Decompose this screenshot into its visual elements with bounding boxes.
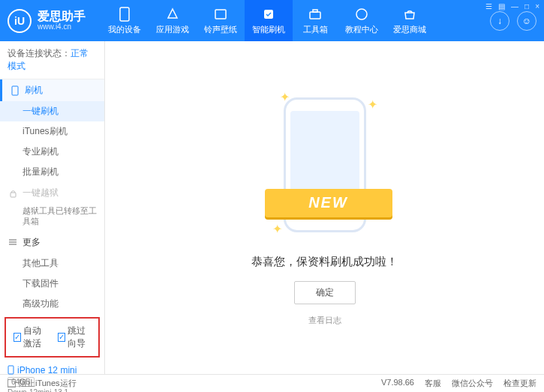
nav-label: 爱思商城: [393, 24, 426, 35]
download-button[interactable]: ↓: [490, 11, 509, 31]
skip-guide-label: 跳过向导: [68, 325, 92, 350]
settings-icon[interactable]: ☰: [485, 2, 492, 10]
check-icon: ✓: [58, 333, 65, 342]
block-itunes-label: 阻止iTunes运行: [19, 378, 77, 389]
check-update-link[interactable]: 检查更新: [503, 378, 536, 389]
sidebar-other-tools[interactable]: 其他工具: [0, 253, 104, 274]
sidebar-pro-flash[interactable]: 专业刷机: [0, 142, 104, 162]
sidebar: 设备连接状态：正常模式 刷机 一键刷机 iTunes刷机 专业刷机 批量刷机 一…: [0, 41, 105, 374]
more-label: 更多: [23, 236, 41, 249]
device-name: iPhone 12 mini: [8, 365, 97, 376]
skip-guide-checkbox[interactable]: ✓跳过向导: [58, 325, 92, 350]
sparkle-icon: ✦: [368, 97, 377, 112]
checkbox-highlight: ✓自动激活 ✓跳过向导: [5, 317, 100, 358]
phone-small-icon: [10, 85, 20, 96]
nav-label: 教程中心: [345, 24, 378, 35]
phone-icon: [117, 7, 132, 22]
device-icon: [8, 365, 14, 375]
logo-icon: iU: [8, 9, 32, 33]
nav-ringtone[interactable]: 铃声壁纸: [197, 0, 245, 41]
sidebar-one-click-flash[interactable]: 一键刷机: [0, 101, 104, 121]
device-name-text: iPhone 12 mini: [17, 365, 77, 376]
sidebar-jailbreak-header[interactable]: 一键越狱: [0, 182, 104, 204]
success-message: 恭喜您，保资料刷机成功啦！: [251, 255, 398, 269]
svg-rect-3: [310, 12, 320, 19]
main-nav: 我的设备 应用游戏 铃声壁纸 智能刷机 工具箱 教程中心 爱思商城: [101, 0, 490, 41]
pin-icon[interactable]: ▤: [498, 2, 505, 10]
app-header: iU 爱思助手 www.i4.cn 我的设备 应用游戏 铃声壁纸 智能刷机 工具…: [0, 0, 544, 41]
auto-activate-checkbox[interactable]: ✓自动激活: [14, 325, 47, 350]
minimize-button[interactable]: —: [511, 2, 518, 10]
sparkle-icon: ✦: [272, 222, 282, 236]
nav-label: 铃声壁纸: [204, 24, 237, 35]
more-icon: [8, 237, 18, 247]
wechat-link[interactable]: 微信公众号: [452, 378, 493, 389]
nav-apps[interactable]: 应用游戏: [149, 0, 197, 41]
auto-activate-label: 自动激活: [23, 325, 47, 350]
sidebar-download-firmware[interactable]: 下载固件: [0, 274, 104, 294]
status-label: 设备连接状态：: [8, 48, 71, 58]
version-label: V7.98.66: [381, 378, 414, 389]
toolbox-icon: [308, 7, 323, 22]
main-content: ✦ ✦ ✦ NEW 恭喜您，保资料刷机成功啦！ 确定 查看日志: [105, 41, 544, 374]
nav-store[interactable]: 爱思商城: [386, 0, 434, 41]
svg-rect-7: [11, 193, 16, 197]
svg-rect-6: [12, 86, 18, 95]
jailbreak-label: 一键越狱: [23, 187, 59, 199]
phone-illustration: ✦ ✦ ✦ NEW: [272, 90, 377, 240]
flash-icon: [261, 7, 276, 22]
sidebar-flash-header[interactable]: 刷机: [0, 79, 104, 101]
logo: iU 爱思助手 www.i4.cn: [8, 9, 86, 33]
svg-point-5: [356, 9, 367, 19]
sidebar-more-header[interactable]: 更多: [0, 232, 104, 253]
svg-rect-4: [313, 10, 317, 12]
tutorial-icon: [354, 7, 369, 22]
app-url: www.i4.cn: [38, 22, 86, 31]
maximize-button[interactable]: □: [524, 2, 529, 10]
service-link[interactable]: 客服: [425, 378, 441, 389]
jailbreak-note: 越狱工具已转移至工具箱: [0, 204, 104, 232]
new-ribbon: NEW: [265, 189, 392, 217]
sidebar-advanced[interactable]: 高级功能: [0, 294, 104, 314]
nav-label: 应用游戏: [156, 24, 189, 35]
block-itunes-checkbox[interactable]: 阻止iTunes运行: [8, 378, 77, 389]
view-log-link[interactable]: 查看日志: [308, 315, 341, 326]
nav-tutorial[interactable]: 教程中心: [338, 0, 386, 41]
store-icon: [402, 7, 417, 22]
user-icon: ☺: [522, 16, 531, 26]
confirm-button[interactable]: 确定: [294, 281, 356, 304]
device-status: 设备连接状态：正常模式: [0, 41, 104, 79]
account-button[interactable]: ☺: [517, 11, 536, 31]
nav-toolbox[interactable]: 工具箱: [293, 0, 338, 41]
sidebar-batch-flash[interactable]: 批量刷机: [0, 162, 104, 182]
sidebar-itunes-flash[interactable]: iTunes刷机: [0, 121, 104, 142]
app-name: 爱思助手: [38, 10, 86, 22]
nav-label: 智能刷机: [252, 24, 285, 35]
download-icon: ↓: [497, 16, 502, 26]
nav-flash[interactable]: 智能刷机: [245, 0, 293, 41]
svg-rect-1: [215, 10, 226, 19]
svg-rect-0: [120, 7, 129, 21]
wallpaper-icon: [213, 7, 228, 22]
nav-label: 我的设备: [108, 24, 141, 35]
checkbox-icon: [8, 379, 16, 388]
apps-icon: [165, 7, 180, 22]
svg-rect-11: [8, 366, 14, 374]
nav-label: 工具箱: [303, 24, 328, 35]
nav-my-device[interactable]: 我的设备: [101, 0, 149, 41]
lock-icon: [8, 188, 18, 199]
flash-label: 刷机: [25, 84, 43, 97]
close-button[interactable]: ×: [535, 2, 539, 10]
check-icon: ✓: [14, 333, 21, 342]
